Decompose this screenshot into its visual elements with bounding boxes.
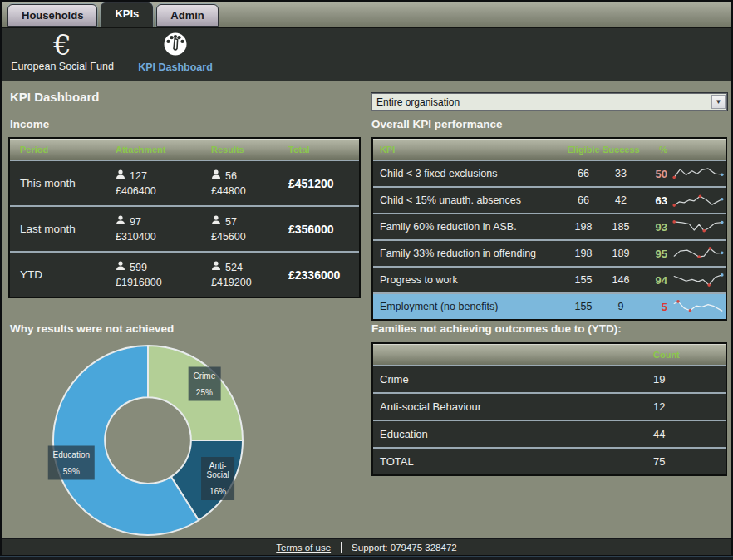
kpi-success: 42 [603,194,639,206]
family-reason: Crime [373,373,653,386]
attachment-value: £1916800 [116,275,199,290]
kpi-sparkline [669,298,726,315]
kpi-sparkline [669,219,726,235]
kpi-percent: 93 [639,221,669,233]
support-text: Support: 079475 328472 [352,543,457,553]
col-kpi: KPI [373,145,564,155]
kpi-sparkline [669,165,726,182]
kpi-eligible: 66 [564,168,603,179]
org-filter-value: Entire organisation [372,96,711,108]
kpi-dashboard-nav[interactable]: KPI Dashboard [137,32,214,73]
income-period: YTD [10,268,106,281]
kpi-percent: 94 [639,274,669,287]
kpi-sparkline [669,245,726,262]
col-total: Total [275,145,359,155]
org-filter-select[interactable]: Entire organisation ▼ [371,93,727,111]
kpi-percent: 50 [639,168,669,180]
kpi-percent: 95 [639,248,669,260]
kpi-table: KPI Eligible Success % Child < 3 fixed e… [371,137,727,321]
kpi-success: 189 [603,248,639,259]
kpi-success: 9 [603,301,639,312]
income-results-cell: 524 £419200 [199,260,275,290]
kpi-eligible: 155 [564,301,603,312]
kpi-table-row[interactable]: Child < 3 fixed exclusions 66 33 50 [373,160,726,186]
results-count: 56 [225,169,237,184]
kpi-dashboard-link[interactable]: KPI Dashboard [137,61,214,73]
income-period: This month [10,177,106,189]
col-success: Success [603,145,639,155]
families-table-header: Count [373,344,726,365]
footer-divider [341,542,342,553]
tab-admin[interactable]: Admin [156,4,218,27]
donut-label-education: Education59% [48,445,95,479]
income-attachment-cell: 599 £1916800 [106,260,199,290]
person-icon [116,260,125,275]
kpi-name: Family 33% reduction in offending [373,248,564,259]
attachment-count: 599 [130,260,147,275]
income-total: £356000 [275,223,359,236]
results-value: £44800 [211,184,275,199]
kpi-success: 33 [603,168,639,179]
kpi-table-row[interactable]: Progress to work 155 146 94 [373,266,726,292]
person-icon [211,260,221,275]
person-icon [211,169,221,184]
donut-chart: Crime25%Anti-Social16%Education59% [45,337,251,543]
results-count: 524 [225,260,243,275]
kpi-table-row[interactable]: Family 60% reduction in ASB. 198 185 93 [373,213,726,239]
donut-label-anti-social: Anti-Social16% [201,457,234,500]
families-table-row: Anti-social Behaviour 12 [373,392,726,420]
kpi-name: Family 60% reduction in ASB. [373,221,564,233]
income-attachment-cell: 127 £406400 [106,169,199,199]
kpi-sparkline [669,272,726,288]
family-reason: Anti-social Behaviour [373,400,653,413]
esf-brand: € European Social Fund [8,30,116,72]
results-value: £45600 [211,229,275,244]
income-attachment-cell: 97 £310400 [106,214,199,244]
euro-icon: € [8,30,116,60]
family-count: 12 [653,400,726,413]
terms-of-use-link[interactable]: Terms of use [276,543,331,553]
income-table-row: Last month 97 £310400 [10,205,359,251]
families-table-row: TOTAL 75 [373,447,726,474]
kpi-success: 185 [603,221,639,233]
person-icon [211,214,221,229]
family-reason: TOTAL [373,455,653,468]
kpi-eligible: 66 [564,194,603,206]
kpi-percent: 63 [639,194,669,207]
footer-bar: Terms of use Support: 079475 328472 [2,538,731,555]
attachment-count: 127 [130,169,147,184]
income-results-cell: 57 £45600 [199,214,275,244]
tab-households[interactable]: Households [7,4,97,27]
kpi-table-row[interactable]: Family 33% reduction in offending 198 18… [373,239,726,266]
income-table-header: Period Attachment Results Total [10,139,359,160]
kpi-name: Progress to work [373,274,564,286]
chevron-down-icon[interactable]: ▼ [711,95,726,109]
col-period: Period [10,145,106,155]
kpi-name: Child < 3 fixed exclusions [373,168,564,179]
results-count: 57 [225,214,237,229]
family-reason: Education [373,428,653,440]
tab-kpis[interactable]: KPIs [101,2,153,27]
attachment-count: 97 [130,214,141,229]
col-results: Results [199,145,275,155]
income-table-row: YTD 599 £1916800 [10,251,359,297]
income-table-row: This month 127 £406400 [10,160,359,205]
app-window: HouseholdsKPIsAdmin € European Social Fu… [2,2,731,555]
family-count: 19 [653,373,726,386]
income-table: Period Attachment Results Total This mon… [8,137,361,298]
income-results-cell: 56 £44800 [199,169,275,199]
kpi-eligible: 198 [564,221,603,233]
kpi-name: Employment (no benefits) [373,301,564,312]
person-icon [116,169,125,184]
families-table-row: Education 44 [373,420,726,447]
family-count: 75 [653,455,726,468]
attachment-value: £310400 [116,229,199,244]
families-table: Count Crime 19 Anti-social Behaviour 12 … [371,342,727,476]
kpi-table-row[interactable]: Employment (no benefits) 155 9 5 [373,292,726,319]
families-heading: Families not achieving outcomes due to (… [371,322,622,335]
kpi-table-row[interactable]: Child < 15% unauth. absences 66 42 63 [373,186,726,213]
donut-heading: Why results were not achieved [10,322,174,335]
family-count: 44 [653,428,726,440]
kpi-name: Child < 15% unauth. absences [373,194,564,206]
esf-label: European Social Fund [8,61,116,72]
